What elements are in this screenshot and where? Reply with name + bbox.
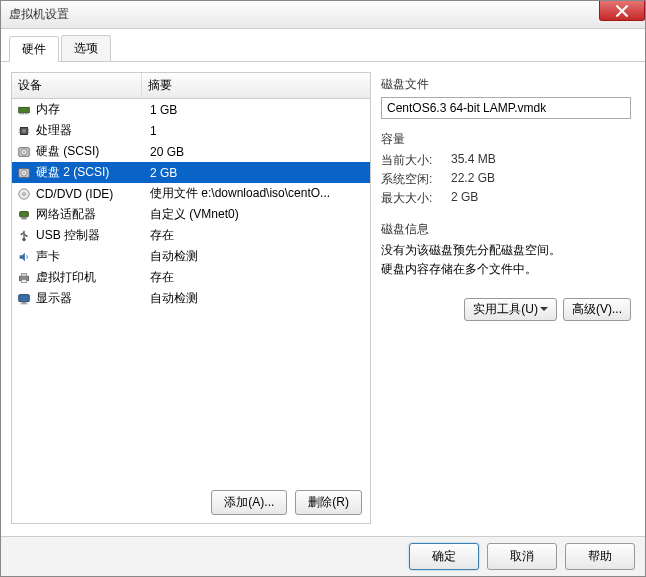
- system-free-row: 系统空闲: 22.2 GB: [381, 171, 631, 188]
- table-row[interactable]: 声卡自动检测: [12, 246, 370, 267]
- device-name: CD/DVD (IDE): [36, 187, 146, 201]
- disk-file-input[interactable]: [381, 97, 631, 119]
- current-size-value: 35.4 MB: [451, 152, 496, 169]
- svg-point-20: [23, 192, 26, 195]
- svg-point-15: [23, 151, 25, 153]
- svg-rect-3: [25, 112, 27, 114]
- svg-rect-4: [28, 112, 29, 114]
- disk-info-line1: 没有为该磁盘预先分配磁盘空间。: [381, 242, 631, 259]
- table-header: 设备 摘要: [12, 73, 370, 99]
- current-size-row: 当前大小: 35.4 MB: [381, 152, 631, 169]
- cancel-button[interactable]: 取消: [487, 543, 557, 570]
- device-summary: 20 GB: [146, 145, 366, 159]
- capacity-label: 容量: [381, 131, 631, 148]
- usb-icon: [16, 228, 32, 244]
- svg-rect-28: [21, 273, 26, 276]
- svg-rect-32: [21, 303, 28, 304]
- window-title: 虚拟机设置: [5, 6, 69, 23]
- header-device[interactable]: 设备: [12, 73, 142, 98]
- disk-file-label: 磁盘文件: [381, 76, 631, 93]
- svg-rect-31: [22, 301, 26, 303]
- device-name: 处理器: [36, 122, 146, 139]
- max-size-value: 2 GB: [451, 190, 478, 207]
- svg-rect-6: [22, 129, 26, 133]
- disk-info-line2: 硬盘内容存储在多个文件中。: [381, 261, 631, 278]
- close-button[interactable]: [599, 1, 645, 21]
- device-summary: 1: [146, 124, 366, 138]
- svg-rect-26: [26, 235, 28, 237]
- svg-rect-21: [20, 211, 29, 216]
- device-summary: 存在: [146, 227, 366, 244]
- device-name: 声卡: [36, 248, 146, 265]
- device-summary: 自动检测: [146, 290, 366, 307]
- device-panel: 设备 摘要 内存1 GB处理器1硬盘 (SCSI)20 GB硬盘 2 (SCSI…: [11, 72, 371, 524]
- content-area: 设备 摘要 内存1 GB处理器1硬盘 (SCSI)20 GB硬盘 2 (SCSI…: [1, 62, 645, 534]
- device-summary: 自动检测: [146, 248, 366, 265]
- tabs: 硬件 选项: [1, 29, 645, 62]
- device-summary: 使用文件 e:\download\iso\centO...: [146, 185, 366, 202]
- disk-icon: [16, 144, 32, 160]
- titlebar: 虚拟机设置: [1, 1, 645, 29]
- device-name: 硬盘 2 (SCSI): [36, 164, 146, 181]
- memory-icon: [16, 102, 32, 118]
- tab-hardware[interactable]: 硬件: [9, 36, 59, 62]
- svg-rect-22: [21, 216, 26, 219]
- detail-buttons: 实用工具(U) 高级(V)...: [381, 298, 631, 321]
- device-name: USB 控制器: [36, 227, 146, 244]
- max-size-row: 最大大小: 2 GB: [381, 190, 631, 207]
- svg-rect-1: [20, 112, 22, 114]
- device-name: 内存: [36, 101, 146, 118]
- chevron-down-icon: [540, 307, 548, 312]
- table-row[interactable]: CD/DVD (IDE)使用文件 e:\download\iso\centO..…: [12, 183, 370, 204]
- network-icon: [16, 207, 32, 223]
- current-size-label: 当前大小:: [381, 152, 451, 169]
- device-summary: 存在: [146, 269, 366, 286]
- table-row[interactable]: USB 控制器存在: [12, 225, 370, 246]
- svg-point-25: [21, 233, 23, 235]
- bottom-bar: 确定 取消 帮助: [1, 536, 645, 576]
- svg-rect-2: [22, 112, 24, 114]
- device-summary: 1 GB: [146, 103, 366, 117]
- sound-icon: [16, 249, 32, 265]
- device-name: 硬盘 (SCSI): [36, 143, 146, 160]
- table-row[interactable]: 虚拟打印机存在: [12, 267, 370, 288]
- add-button[interactable]: 添加(A)...: [211, 490, 287, 515]
- table-row[interactable]: 硬盘 (SCSI)20 GB: [12, 141, 370, 162]
- disk-file-section: 磁盘文件: [381, 76, 631, 119]
- device-summary: 2 GB: [146, 166, 366, 180]
- utilities-button[interactable]: 实用工具(U): [464, 298, 557, 321]
- remove-button[interactable]: 删除(R): [295, 490, 362, 515]
- ok-button[interactable]: 确定: [409, 543, 479, 570]
- max-size-label: 最大大小:: [381, 190, 451, 207]
- device-name: 虚拟打印机: [36, 269, 146, 286]
- disk-info-label: 磁盘信息: [381, 221, 631, 238]
- system-free-value: 22.2 GB: [451, 171, 495, 188]
- cpu-icon: [16, 123, 32, 139]
- vm-settings-window: 虚拟机设置 硬件 选项 设备 摘要 内存1 GB处理器1硬盘 (SCSI)20 …: [0, 0, 646, 577]
- disk-info-section: 磁盘信息 没有为该磁盘预先分配磁盘空间。 硬盘内容存储在多个文件中。: [381, 221, 631, 280]
- utilities-label: 实用工具(U): [473, 301, 538, 318]
- capacity-section: 容量 当前大小: 35.4 MB 系统空闲: 22.2 GB 最大大小: 2 G…: [381, 131, 631, 209]
- disk-icon: [16, 165, 32, 181]
- advanced-button[interactable]: 高级(V)...: [563, 298, 631, 321]
- device-name: 显示器: [36, 290, 146, 307]
- help-button[interactable]: 帮助: [565, 543, 635, 570]
- svg-rect-0: [19, 107, 30, 112]
- svg-rect-29: [21, 279, 26, 282]
- close-icon: [615, 4, 629, 18]
- table-row[interactable]: 硬盘 2 (SCSI)2 GB: [12, 162, 370, 183]
- table-row[interactable]: 显示器自动检测: [12, 288, 370, 309]
- table-row[interactable]: 网络适配器自定义 (VMnet0): [12, 204, 370, 225]
- table-row[interactable]: 处理器1: [12, 120, 370, 141]
- tab-options[interactable]: 选项: [61, 35, 111, 61]
- table-row[interactable]: 内存1 GB: [12, 99, 370, 120]
- device-summary: 自定义 (VMnet0): [146, 206, 366, 223]
- display-icon: [16, 291, 32, 307]
- svg-point-18: [23, 172, 25, 174]
- system-free-label: 系统空闲:: [381, 171, 451, 188]
- device-name: 网络适配器: [36, 206, 146, 223]
- header-summary[interactable]: 摘要: [142, 73, 370, 98]
- cd-icon: [16, 186, 32, 202]
- device-list[interactable]: 内存1 GB处理器1硬盘 (SCSI)20 GB硬盘 2 (SCSI)2 GBC…: [12, 99, 370, 482]
- svg-rect-30: [19, 294, 30, 301]
